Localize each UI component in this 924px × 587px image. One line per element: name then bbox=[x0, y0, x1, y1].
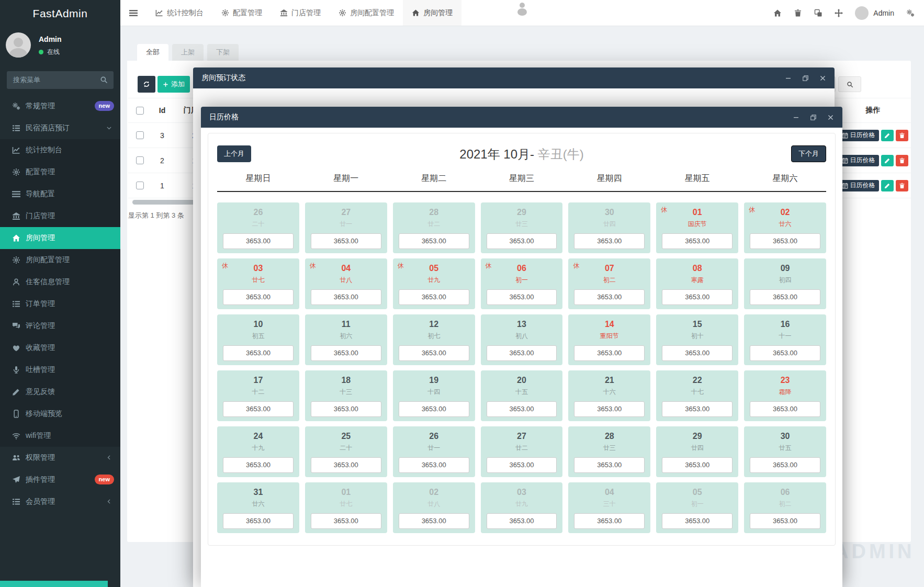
calendar-cell-12[interactable]: 12初七3653.00 bbox=[393, 314, 475, 365]
sidebar-toggle-button[interactable] bbox=[120, 0, 147, 26]
calendar-cell-26[interactable]: 26二十3653.00 bbox=[217, 202, 299, 253]
sidebar-item-订单管理[interactable]: 订单管理 bbox=[0, 293, 120, 315]
price-input[interactable]: 3653.00 bbox=[574, 345, 645, 361]
calendar-price-button[interactable]: 日历价格 bbox=[838, 155, 879, 166]
calendar-cell-16[interactable]: 16十一3653.00 bbox=[744, 314, 826, 365]
select-all-checkbox[interactable] bbox=[136, 107, 144, 115]
calendar-cell-27[interactable]: 27廿二3653.00 bbox=[481, 426, 563, 477]
calendar-cell-02[interactable]: 02廿八3653.00 bbox=[393, 482, 475, 533]
calendar-cell-26[interactable]: 26廿一3653.00 bbox=[393, 426, 475, 477]
calendar-cell-27[interactable]: 27廿一3653.00 bbox=[305, 202, 387, 253]
trash-icon[interactable] bbox=[794, 9, 802, 17]
calendar-cell-11[interactable]: 11初六3653.00 bbox=[305, 314, 387, 365]
price-input[interactable]: 3653.00 bbox=[574, 289, 645, 305]
row-checkbox[interactable] bbox=[136, 182, 144, 189]
topnav-tab-房间管理[interactable]: 房间管理 bbox=[403, 0, 461, 26]
sidebar-item-会员管理[interactable]: 会员管理 bbox=[0, 491, 120, 513]
calendar-cell-10[interactable]: 10初五3653.00 bbox=[217, 314, 299, 365]
topbar-user-menu[interactable]: Admin bbox=[855, 6, 894, 20]
sidebar-item-住客信息管理[interactable]: 住客信息管理 bbox=[0, 271, 120, 293]
home-icon[interactable] bbox=[773, 9, 782, 17]
calendar-cell-21[interactable]: 21十六3653.00 bbox=[568, 370, 650, 421]
price-input[interactable]: 3653.00 bbox=[311, 233, 381, 249]
calendar-cell-30[interactable]: 30廿五3653.00 bbox=[744, 426, 826, 477]
calendar-cell-14[interactable]: 14重阳节3653.00 bbox=[568, 314, 650, 365]
price-input[interactable]: 3653.00 bbox=[399, 513, 469, 529]
sidebar-search-input[interactable]: 搜索菜单 bbox=[7, 71, 114, 89]
sidebar-item-吐槽管理[interactable]: 吐槽管理 bbox=[0, 359, 120, 381]
calendar-price-button[interactable]: 日历价格 bbox=[838, 130, 879, 141]
calendar-cell-15[interactable]: 15初十3653.00 bbox=[656, 314, 738, 365]
price-input[interactable]: 3653.00 bbox=[487, 401, 557, 417]
prev-month-button[interactable]: 上个月 bbox=[217, 145, 251, 162]
price-input[interactable]: 3653.00 bbox=[223, 289, 294, 305]
sidebar-item-wifi管理[interactable]: wifi管理 bbox=[0, 425, 120, 447]
price-input[interactable]: 3653.00 bbox=[750, 513, 820, 529]
calendar-cell-28[interactable]: 28廿三3653.00 bbox=[568, 426, 650, 477]
price-input[interactable]: 3653.00 bbox=[223, 457, 294, 473]
column-header-id[interactable]: Id bbox=[151, 106, 173, 115]
sidebar-item-移动端预览[interactable]: 移动端预览 bbox=[0, 403, 120, 425]
delete-button[interactable] bbox=[896, 155, 908, 166]
sidebar-item-民宿酒店预订[interactable]: 民宿酒店预订 bbox=[0, 117, 120, 139]
calendar-price-button[interactable]: 日历价格 bbox=[838, 180, 879, 191]
price-input[interactable]: 3653.00 bbox=[487, 513, 557, 529]
sidebar-item-房间配置管理[interactable]: 房间配置管理 bbox=[0, 249, 120, 271]
price-input[interactable]: 3653.00 bbox=[662, 289, 733, 305]
topnav-tab-房间配置管理[interactable]: 房间配置管理 bbox=[330, 0, 403, 26]
calendar-cell-18[interactable]: 18十三3653.00 bbox=[305, 370, 387, 421]
calendar-cell-04[interactable]: 04三十3653.00 bbox=[568, 482, 650, 533]
outer-modal-header[interactable]: 房间预订状态 bbox=[193, 67, 835, 88]
calendar-cell-05[interactable]: 05初一3653.00 bbox=[656, 482, 738, 533]
price-input[interactable]: 3653.00 bbox=[750, 401, 820, 417]
row-checkbox[interactable] bbox=[136, 156, 144, 164]
inner-modal-header[interactable]: 日历价格 bbox=[201, 107, 842, 128]
language-icon[interactable] bbox=[814, 9, 822, 17]
sidebar-item-评论管理[interactable]: 评论管理 bbox=[0, 315, 120, 337]
price-input[interactable]: 3653.00 bbox=[399, 401, 469, 417]
calendar-cell-03[interactable]: 休03廿七3653.00 bbox=[217, 258, 299, 309]
next-month-button[interactable]: 下个月 bbox=[791, 145, 826, 162]
price-input[interactable]: 3653.00 bbox=[223, 513, 294, 529]
topnav-tab-门店管理[interactable]: 门店管理 bbox=[271, 0, 330, 26]
calendar-cell-01[interactable]: 休01国庆节3653.00 bbox=[656, 202, 738, 253]
close-icon[interactable] bbox=[827, 114, 834, 121]
calendar-cell-23[interactable]: 23霜降3653.00 bbox=[744, 370, 826, 421]
price-input[interactable]: 3653.00 bbox=[399, 233, 469, 249]
tab-下架[interactable]: 下架 bbox=[207, 44, 239, 61]
tab-全部[interactable]: 全部 bbox=[137, 44, 168, 61]
minimize-icon[interactable] bbox=[785, 75, 792, 82]
sidebar-item-意见反馈[interactable]: 意见反馈 bbox=[0, 381, 120, 403]
sidebar-item-房间管理[interactable]: 房间管理 bbox=[0, 227, 120, 249]
calendar-cell-06[interactable]: 06初二3653.00 bbox=[744, 482, 826, 533]
calendar-cell-05[interactable]: 休05廿九3653.00 bbox=[393, 258, 475, 309]
maximize-icon[interactable] bbox=[810, 114, 817, 121]
calendar-cell-29[interactable]: 29廿四3653.00 bbox=[656, 426, 738, 477]
price-input[interactable]: 3653.00 bbox=[311, 345, 381, 361]
sidebar-item-统计控制台[interactable]: 统计控制台 bbox=[0, 139, 120, 161]
price-input[interactable]: 3653.00 bbox=[662, 345, 733, 361]
calendar-cell-06[interactable]: 休06初一3653.00 bbox=[481, 258, 563, 309]
tab-上架[interactable]: 上架 bbox=[172, 44, 204, 61]
price-input[interactable]: 3653.00 bbox=[223, 401, 294, 417]
calendar-cell-01[interactable]: 01廿七3653.00 bbox=[305, 482, 387, 533]
calendar-cell-29[interactable]: 29廿三3653.00 bbox=[481, 202, 563, 253]
minimize-icon[interactable] bbox=[793, 114, 799, 121]
delete-button[interactable] bbox=[896, 130, 908, 141]
price-input[interactable]: 3653.00 bbox=[662, 513, 733, 529]
sidebar-item-常规管理[interactable]: 常规管理new bbox=[0, 95, 120, 117]
sidebar-item-门店管理[interactable]: 门店管理 bbox=[0, 205, 120, 227]
price-input[interactable]: 3653.00 bbox=[662, 401, 733, 417]
calendar-cell-31[interactable]: 31廿六3653.00 bbox=[217, 482, 299, 533]
topnav-tab-统计控制台[interactable]: 统计控制台 bbox=[147, 0, 212, 26]
price-input[interactable]: 3653.00 bbox=[574, 401, 645, 417]
price-input[interactable]: 3653.00 bbox=[662, 457, 733, 473]
price-input[interactable]: 3653.00 bbox=[487, 289, 557, 305]
calendar-cell-17[interactable]: 17十二3653.00 bbox=[217, 370, 299, 421]
fullscreen-icon[interactable] bbox=[835, 9, 843, 17]
calendar-cell-07[interactable]: 休07初二3653.00 bbox=[568, 258, 650, 309]
calendar-cell-03[interactable]: 03廿九3653.00 bbox=[481, 482, 563, 533]
close-icon[interactable] bbox=[819, 75, 826, 82]
calendar-cell-08[interactable]: 08寒露3653.00 bbox=[656, 258, 738, 309]
price-input[interactable]: 3653.00 bbox=[750, 233, 820, 249]
